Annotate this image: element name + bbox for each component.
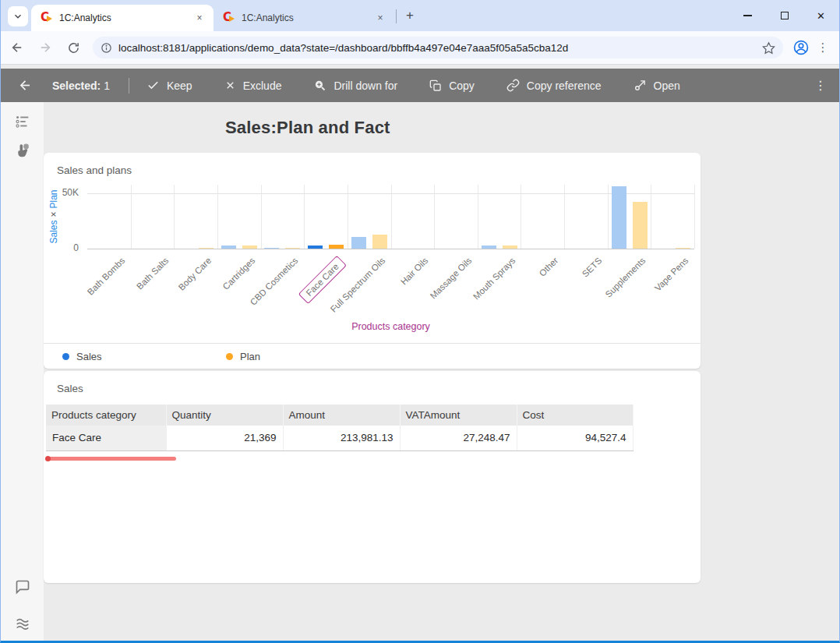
chart-bar-sales[interactable]: [612, 186, 626, 249]
browser-menu-button[interactable]: ⋮: [813, 36, 833, 59]
selection-toolbar: Selected: 1 Keep Exclude Drill down for …: [1, 69, 839, 102]
keep-button[interactable]: Keep: [146, 79, 192, 92]
chart-bar-plan[interactable]: [503, 246, 517, 249]
toolbar-more-button[interactable]: ⋮: [814, 78, 827, 93]
chart-gridline: [304, 185, 305, 249]
drill-down-button[interactable]: Drill down for: [313, 79, 397, 92]
column-header[interactable]: Quantity: [166, 405, 283, 426]
chart-bar-plan[interactable]: [329, 245, 344, 249]
window-maximize-button[interactable]: [766, 4, 803, 27]
dashboard-structure-button[interactable]: [12, 111, 33, 132]
chart-bar-plan[interactable]: [285, 248, 300, 249]
x-category-label[interactable]: Vape Pens: [653, 256, 690, 293]
chart-legend: SalesPlan: [44, 343, 701, 369]
chart-bar-sales[interactable]: [351, 237, 366, 249]
row-value-cell[interactable]: 213,981.13: [283, 426, 400, 450]
row-value-cell[interactable]: 27,248.47: [400, 426, 517, 450]
row-category-cell[interactable]: Face Care: [46, 426, 166, 450]
tab-close-icon[interactable]: ×: [374, 12, 386, 24]
x-icon: [224, 79, 236, 91]
chart-bar-sales[interactable]: [221, 246, 236, 249]
back-button[interactable]: [5, 36, 29, 59]
profile-button[interactable]: [789, 36, 813, 59]
y-axis-label: Sales×Plan: [48, 150, 59, 283]
x-category-label[interactable]: Mouth Sprays: [471, 256, 517, 302]
table-widget: Sales Products categoryQuantityAmountVAT…: [44, 371, 701, 583]
zoom-in-icon: [313, 79, 326, 92]
chart-gridline: [131, 185, 132, 249]
tab-inactive[interactable]: C 1C:Analytics ×: [214, 5, 394, 31]
forward-button[interactable]: [34, 36, 57, 59]
new-tab-button[interactable]: +: [400, 5, 420, 26]
tab-active[interactable]: C 1C:Analytics ×: [31, 5, 214, 31]
chart-bar-plan[interactable]: [372, 235, 387, 249]
url-bar[interactable]: localhost:8181/applications/demo_data?st…: [93, 37, 783, 58]
copy-reference-button[interactable]: Copy reference: [506, 79, 602, 92]
layers-button[interactable]: [12, 613, 33, 634]
open-button[interactable]: Open: [634, 79, 680, 92]
chart-gridline: [564, 185, 565, 249]
chart-bar-sales[interactable]: [264, 248, 279, 249]
tab-close-icon[interactable]: ×: [193, 12, 206, 24]
row-value-cell[interactable]: 94,527.4: [517, 426, 633, 450]
list-icon: [14, 113, 31, 130]
x-axis-title: Products category: [87, 321, 694, 332]
tab-title: 1C:Analytics: [59, 12, 193, 23]
column-header[interactable]: Cost: [517, 405, 633, 426]
row-value-cell[interactable]: 21,369: [166, 426, 283, 450]
exclude-label: Exclude: [243, 79, 282, 92]
chart-bar-plan[interactable]: [242, 246, 257, 249]
chart-bar-sales[interactable]: [482, 246, 496, 249]
legend-item-plan[interactable]: Plan: [226, 344, 260, 369]
minimize-icon: [743, 15, 752, 16]
copy-label: Copy: [449, 79, 475, 92]
site-info-icon[interactable]: [101, 42, 112, 54]
link-icon: [506, 79, 520, 92]
table-row[interactable]: Face Care21,369213,981.1327,248.4794,527…: [46, 426, 633, 450]
legend-item-sales[interactable]: Sales: [62, 344, 102, 369]
maximize-icon: [781, 12, 789, 19]
x-category-label[interactable]: Massage Oils: [429, 256, 474, 301]
times-icon: ×: [48, 209, 59, 221]
selected-count: Selected: 1: [52, 79, 110, 92]
bar-chart[interactable]: 050KSales×PlanBath BombsBath SaltsBody C…: [44, 153, 701, 369]
window-close-button[interactable]: ✕: [803, 4, 839, 27]
chevron-down-icon: [12, 11, 23, 22]
chart-gridline: [87, 249, 694, 249]
x-category-label[interactable]: SETS: [581, 256, 604, 279]
1c-analytics-favicon: C: [223, 12, 235, 24]
toolbar-back-button[interactable]: [12, 72, 38, 99]
x-category-label[interactable]: CBD Cosmetics: [249, 256, 300, 307]
chart-bar-plan[interactable]: [199, 248, 214, 249]
reload-button[interactable]: [62, 36, 85, 59]
x-category-label[interactable]: Bath Salts: [134, 256, 170, 291]
browser-tab-strip: C 1C:Analytics × C 1C:Analytics × + ✕: [1, 0, 839, 31]
window-minimize-button[interactable]: [729, 4, 766, 27]
column-header[interactable]: Amount: [283, 405, 400, 426]
profile-avatar-icon: [792, 39, 810, 56]
copy-button[interactable]: Copy: [429, 79, 475, 92]
x-category-label[interactable]: Body Care: [177, 256, 214, 292]
url-text[interactable]: localhost:8181/applications/demo_data?st…: [118, 42, 762, 54]
bookmark-star-icon[interactable]: [762, 41, 775, 55]
column-header[interactable]: Products category: [46, 405, 166, 426]
x-category-label[interactable]: Cartridges: [221, 256, 256, 291]
column-header[interactable]: VATAmount: [400, 405, 517, 426]
window-controls: ✕: [729, 0, 839, 31]
chart-gridline: [217, 185, 218, 249]
sales-table: Products categoryQuantityAmountVATAmount…: [46, 405, 634, 451]
chart-bar-plan[interactable]: [633, 202, 648, 249]
x-category-label[interactable]: Supplements: [603, 256, 647, 299]
exclude-button[interactable]: Exclude: [224, 79, 282, 92]
x-category-label[interactable]: Bath Bombs: [85, 256, 126, 297]
forward-arrow-icon: [38, 41, 52, 55]
chart-bar-plan[interactable]: [676, 248, 690, 249]
chart-bar-sales[interactable]: [308, 246, 323, 249]
x-category-label[interactable]: Hair Oils: [399, 256, 430, 287]
interactive-selection-button[interactable]: [12, 141, 33, 161]
back-arrow-icon: [18, 78, 33, 93]
x-category-label[interactable]: Other: [538, 256, 560, 278]
comments-button[interactable]: [12, 577, 33, 597]
tab-search-button[interactable]: [8, 6, 28, 26]
legend-dot-icon: [62, 353, 69, 360]
